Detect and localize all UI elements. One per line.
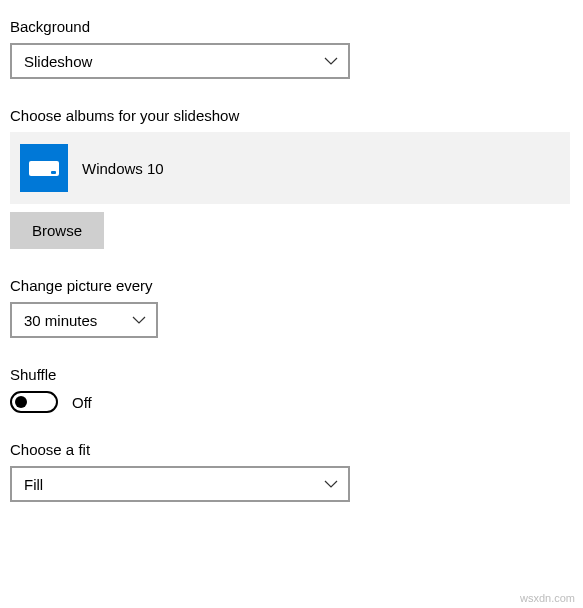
watermark-text: wsxdn.com [520,592,575,604]
shuffle-label: Shuffle [10,366,573,383]
shuffle-toggle[interactable] [10,391,58,413]
chevron-down-icon [324,54,338,68]
shuffle-state: Off [72,394,92,411]
albums-label: Choose albums for your slideshow [10,107,573,124]
fit-dropdown-value: Fill [24,476,43,493]
interval-dropdown-value: 30 minutes [24,312,97,329]
albums-section: Choose albums for your slideshow Windows… [10,107,573,249]
album-name: Windows 10 [82,160,164,177]
background-dropdown-value: Slideshow [24,53,92,70]
fit-section: Choose a fit Fill [10,441,573,502]
fit-label: Choose a fit [10,441,573,458]
fit-dropdown[interactable]: Fill [10,466,350,502]
chevron-down-icon [132,313,146,327]
chevron-down-icon [324,477,338,491]
interval-dropdown[interactable]: 30 minutes [10,302,158,338]
interval-label: Change picture every [10,277,573,294]
album-item[interactable]: Windows 10 [10,132,570,204]
interval-section: Change picture every 30 minutes [10,277,573,338]
background-label: Background [10,18,573,35]
toggle-knob [15,396,27,408]
drive-icon [20,144,68,192]
background-dropdown[interactable]: Slideshow [10,43,350,79]
shuffle-section: Shuffle Off [10,366,573,413]
browse-button[interactable]: Browse [10,212,104,249]
background-section: Background Slideshow [10,18,573,79]
